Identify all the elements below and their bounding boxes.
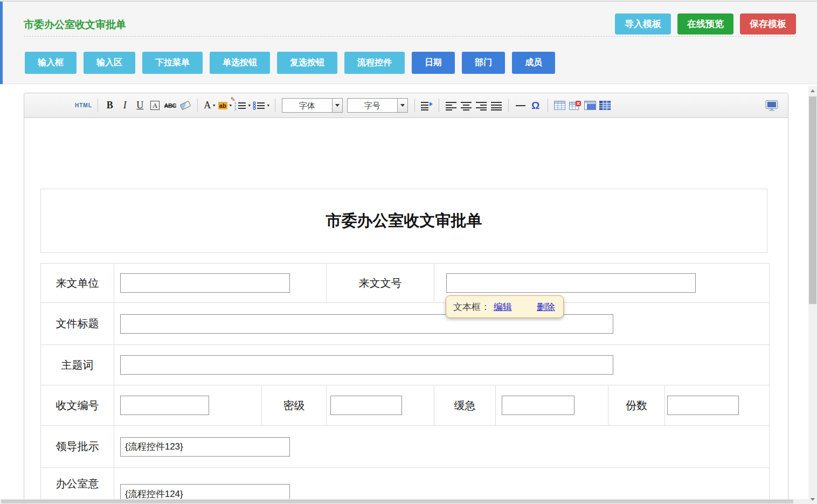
horizontal-scrollbar-thumb[interactable] bbox=[1, 500, 793, 503]
fullscreen-icon[interactable] bbox=[765, 98, 778, 113]
field-label: 收文编号 bbox=[41, 385, 114, 426]
delete-table-icon[interactable] bbox=[569, 98, 581, 113]
field-label: 份数 bbox=[608, 385, 665, 426]
edit-widget-link[interactable]: 编辑 bbox=[494, 301, 512, 313]
widget-button-row: 输入框 输入区 下拉菜单 单选按钮 复选按钮 流程控件 日期 部门 成员 bbox=[25, 52, 555, 74]
incoming-doc-number-input[interactable] bbox=[446, 273, 696, 293]
field-label: 来文单位 bbox=[41, 264, 114, 303]
unordered-list-icon[interactable]: ▾ bbox=[253, 98, 269, 113]
page-title: 市委办公室收文审批单 bbox=[24, 18, 126, 32]
vertical-scrollbar-thumb[interactable] bbox=[809, 96, 816, 304]
widget-tooltip: 文本框： 编辑 删除 bbox=[446, 295, 564, 318]
toolbar-separator bbox=[414, 99, 415, 112]
add-department-button[interactable]: 部门 bbox=[462, 52, 505, 74]
indent-icon[interactable] bbox=[420, 98, 433, 113]
template-designer-page: 市委办公室收文审批单 导入模板 在线预览 保存模板 输入框 输入区 下拉菜单 单… bbox=[0, 0, 817, 504]
align-right-icon[interactable] bbox=[475, 98, 488, 113]
eraser-icon[interactable] bbox=[179, 98, 192, 113]
header-actions: 导入模板 在线预览 保存模板 bbox=[615, 13, 796, 34]
field-label: 密级 bbox=[262, 385, 327, 426]
field-label: 来文文号 bbox=[327, 264, 434, 303]
form-table: 来文单位 来文文号 文件标题 主题词 bbox=[40, 263, 770, 504]
tooltip-label: 文本框： bbox=[453, 301, 490, 313]
horizontal-rule-icon[interactable] bbox=[514, 98, 527, 113]
table-row: 领导批示 bbox=[41, 426, 770, 468]
field-label: 主题词 bbox=[41, 345, 114, 385]
online-preview-button[interactable]: 在线预览 bbox=[677, 13, 733, 34]
form-title: 市委办公室收文审批单 bbox=[40, 189, 767, 253]
add-dropdown-button[interactable]: 下拉菜单 bbox=[142, 52, 203, 74]
scroll-up-arrow-icon[interactable] bbox=[808, 86, 817, 95]
toolbar-separator bbox=[98, 99, 98, 112]
align-justify-icon[interactable] bbox=[490, 98, 503, 113]
add-textarea-button[interactable]: 输入区 bbox=[84, 52, 135, 74]
save-template-button[interactable]: 保存模板 bbox=[740, 13, 796, 34]
merge-cell-icon[interactable] bbox=[584, 98, 597, 113]
bold-icon[interactable]: B bbox=[103, 98, 116, 113]
italic-icon[interactable]: I bbox=[119, 98, 131, 113]
font-size-select[interactable]: 字号 bbox=[347, 98, 408, 113]
field-label: 缓急 bbox=[434, 385, 496, 426]
urgency-input[interactable] bbox=[502, 396, 574, 415]
table-row: 办公室意 bbox=[41, 468, 770, 504]
font-family-select[interactable]: 字体 bbox=[282, 98, 343, 113]
toolbar-separator bbox=[275, 99, 275, 112]
table-row: 来文单位 来文文号 bbox=[41, 264, 770, 303]
boxed-a-icon[interactable]: A bbox=[150, 101, 160, 110]
toolbar-separator bbox=[548, 99, 548, 112]
table-row: 文件标题 bbox=[41, 303, 770, 345]
import-template-button[interactable]: 导入模板 bbox=[615, 13, 671, 34]
add-checkbox-button[interactable]: 复选按钮 bbox=[277, 52, 337, 74]
vertical-scrollbar[interactable] bbox=[808, 86, 817, 504]
header-panel: 市委办公室收文审批单 导入模板 在线预览 保存模板 输入框 输入区 下拉菜单 单… bbox=[3, 2, 817, 84]
align-left-icon[interactable] bbox=[445, 98, 458, 113]
richtext-editor: HTML B I U A ABC A ▾ ab ✎ ▾ 1 2 3 bbox=[24, 93, 788, 504]
chevron-down-icon[interactable] bbox=[332, 99, 342, 112]
field-label: 办公室意 bbox=[41, 468, 114, 504]
add-input-box-button[interactable]: 输入框 bbox=[25, 52, 77, 74]
add-date-button[interactable]: 日期 bbox=[412, 52, 455, 74]
table-row: 收文编号 密级 缓急 份数 bbox=[41, 385, 770, 426]
subject-words-input[interactable] bbox=[120, 355, 613, 375]
editor-toolbar: HTML B I U A ABC A ▾ ab ✎ ▾ 1 2 3 bbox=[24, 93, 788, 118]
table-row: 主题词 bbox=[41, 345, 770, 385]
highlight-color-icon[interactable]: ab ✎ ▾ bbox=[218, 98, 232, 113]
copies-input[interactable] bbox=[667, 396, 739, 415]
add-flow-control-button[interactable]: 流程控件 bbox=[344, 52, 405, 74]
horizontal-scrollbar[interactable] bbox=[0, 499, 808, 504]
field-label: 文件标题 bbox=[41, 303, 114, 345]
add-radio-button[interactable]: 单选按钮 bbox=[210, 52, 270, 74]
scroll-down-arrow-icon[interactable] bbox=[808, 495, 817, 504]
ordered-list-icon[interactable]: 1 2 3 ▾ bbox=[234, 98, 251, 113]
leader-instructions-input[interactable] bbox=[120, 437, 290, 457]
table-properties-icon[interactable] bbox=[599, 98, 612, 113]
incoming-unit-input[interactable] bbox=[120, 273, 290, 293]
delete-widget-link[interactable]: 删除 bbox=[537, 301, 555, 313]
insert-table-icon[interactable] bbox=[553, 98, 566, 113]
special-character-icon[interactable]: Ω bbox=[529, 98, 542, 113]
add-member-button[interactable]: 成员 bbox=[512, 52, 555, 74]
underline-icon[interactable]: U bbox=[134, 98, 147, 113]
security-level-input[interactable] bbox=[330, 396, 402, 415]
toolbar-separator bbox=[508, 99, 509, 112]
strikethrough-icon[interactable]: ABC bbox=[164, 98, 177, 113]
html-source-icon[interactable]: HTML bbox=[75, 98, 92, 113]
header-divider bbox=[24, 36, 796, 37]
svg-text:3: 3 bbox=[234, 108, 236, 111]
receipt-number-input[interactable] bbox=[120, 396, 209, 415]
font-color-icon[interactable]: A ▾ bbox=[203, 98, 216, 113]
align-center-icon[interactable] bbox=[460, 98, 473, 113]
field-label: 领导批示 bbox=[41, 426, 114, 468]
toolbar-separator bbox=[439, 99, 439, 112]
chevron-down-icon[interactable] bbox=[397, 99, 407, 112]
toolbar-separator bbox=[197, 99, 198, 112]
